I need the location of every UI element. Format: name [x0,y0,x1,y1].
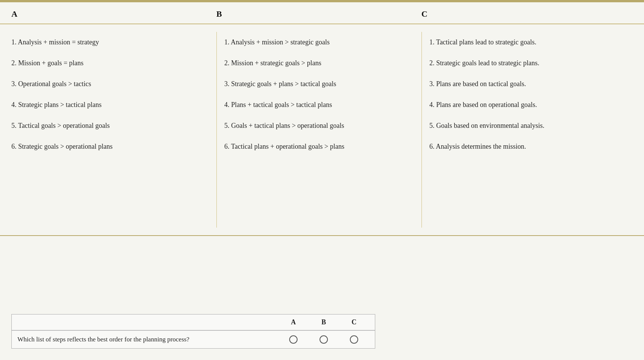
main-content-area: 1. Analysis + mission = strategy 2. Miss… [0,24,644,236]
answer-col-header-c: C [339,318,369,326]
radio-button-c[interactable] [350,335,358,344]
list-item: 3. Plans are based on tactical goals. [429,74,633,94]
question-table: A B C Which list of steps reflects the b… [11,314,375,349]
list-item: 4. Plans + tactical goals > tactical pla… [224,94,414,115]
col-a-header: A [11,9,216,19]
list-item: 6. Tactical plans + operational goals > … [224,136,414,157]
column-b: 1. Analysis + mission > strategic goals … [216,32,421,228]
list-item: 3. Operational goals > tactics [11,74,209,94]
list-item: 4. Plans are based on operational goals. [429,94,633,115]
list-item: 2. Mission + goals = plans [11,53,209,74]
question-text: Which list of steps reflects the best or… [17,336,278,343]
list-item: 5. Goals + tactical plans > operational … [224,115,414,136]
col-c-header: C [421,9,633,19]
answer-col-header-a: A [278,318,309,326]
radio-cell-c[interactable] [339,335,369,344]
radio-cell-a[interactable] [278,335,309,344]
list-item: 5. Goals based on environmental analysis… [429,115,633,136]
column-a: 1. Analysis + mission = strategy 2. Miss… [11,32,216,228]
list-item: 1. Tactical plans lead to strategic goal… [429,32,633,53]
radio-button-b[interactable] [320,335,328,344]
list-item: 3. Strategic goals + plans > tactical go… [224,74,414,94]
list-item: 6. Analysis determines the mission. [429,136,633,157]
col-b-header: B [216,9,421,19]
list-item: 4. Strategic plans > tactical plans [11,94,209,115]
list-item: 6. Strategic goals > operational plans [11,136,209,157]
radio-button-a[interactable] [289,335,298,344]
radio-group [278,335,369,344]
list-item: 2. Strategic goals lead to strategic pla… [429,53,633,74]
list-item: 1. Analysis + mission = strategy [11,32,209,53]
page-wrapper: A B C 1. Analysis + mission = strategy 2… [0,0,644,360]
list-item: 5. Tactical goals > operational goals [11,115,209,136]
column-c: 1. Tactical plans lead to strategic goal… [421,32,633,228]
column-headers-row: A B C [0,2,644,24]
list-item: 2. Mission + strategic goals > plans [224,53,414,74]
list-item: 1. Analysis + mission > strategic goals [224,32,414,53]
radio-cell-b[interactable] [309,335,339,344]
answer-col-headers: A B C [278,318,369,326]
question-row: Which list of steps reflects the best or… [12,330,375,348]
question-table-header: A B C [12,314,375,330]
answer-col-header-b: B [309,318,339,326]
bottom-section: A B C Which list of steps reflects the b… [0,236,644,360]
